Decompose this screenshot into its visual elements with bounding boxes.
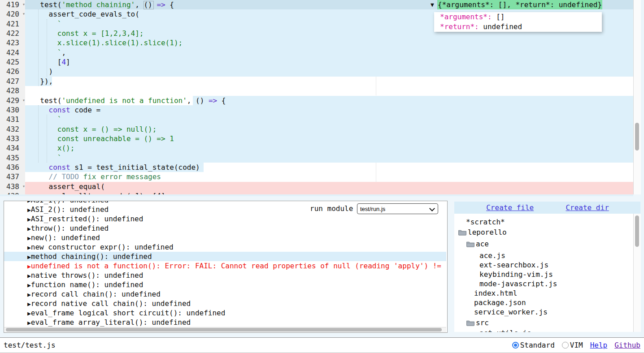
current-file-path: test/test.js [4,338,56,353]
calltree-item[interactable]: ▶eval_frame logical short circuit(): und… [4,308,448,318]
code-line[interactable]: x.slice(1).slice(1).slice(1); [31,38,183,47]
expand-triangle-icon[interactable]: ▶ [27,272,31,279]
expand-triangle-icon[interactable]: ▶ [27,225,31,232]
code-line[interactable]: const x = () => null(); [31,125,157,134]
tree-file[interactable]: service_worker.js [474,307,548,317]
code-line[interactable]: assert_equal( [31,182,105,191]
gutter-cell: 436 [0,163,25,172]
editor-scrollbar-thumb[interactable] [635,123,639,151]
fold-toggle-icon[interactable]: ▾ [22,95,25,105]
calltree-item[interactable]: ▶function name(): undefined [4,280,448,289]
calltree-item[interactable]: ▶record native call chain(): undefined [4,299,448,308]
tree-folder[interactable]: src [466,318,489,327]
code-line[interactable]: test('undefined is not a function', () =… [31,96,226,105]
calltree-item-label: new constructor expr(): undefined [31,243,174,251]
code-line[interactable]: assert_code_evals_to( [31,9,139,19]
code-line[interactable]: const x = [1,2,3,4]; [31,29,144,38]
expand-triangle-icon[interactable]: ▶ [27,263,31,270]
tree-file[interactable]: keybinding-vim.js [479,270,553,279]
code-line[interactable]: // TODO fix error messages [31,172,161,181]
expand-triangle-icon[interactable]: ▶ [27,207,31,213]
code-line[interactable]: }), [31,77,53,86]
radio-dot [514,344,517,347]
line-number: 429 [6,96,19,105]
calltree-item[interactable]: ▶record call chain(): undefined [4,289,448,299]
tree-file[interactable]: ace.js [479,251,505,260]
calltree-item-label: ASI_restrited(): undefined [31,215,143,223]
code-token: 'undefined is not a function' [61,96,187,105]
tree-folder[interactable]: ace [466,239,489,249]
code-line[interactable]: ` [31,153,61,163]
calltree-item[interactable]: ▶new(): undefined [4,233,448,242]
line-number: 427 [6,77,19,86]
line-highlight [25,105,633,115]
keybinding-radio-standard[interactable]: Standard [512,341,555,349]
calltree-item-label: ASI_2(): undefined [31,205,109,214]
tree-folder[interactable]: leporello [458,228,507,237]
expand-triangle-icon[interactable]: ▶ [27,201,31,204]
run-module-select[interactable]: test/run.js [357,203,438,214]
tree-item-label: leporello [468,228,507,237]
calltree-item-label: record call chain(): undefined [31,290,161,298]
gutter-cell: 430 [0,105,25,115]
code-line[interactable]: `, [31,48,66,57]
expand-triangle-icon[interactable]: ▶ [27,291,31,298]
calltree-item[interactable]: ▶ASI_restrited(): undefined [4,214,448,224]
expand-triangle-icon[interactable]: ▶ [27,319,31,326]
calltree-item[interactable]: ▶eval_frame array_literal(): undefined [4,318,448,327]
create-file-link[interactable]: Create file [486,203,534,212]
bottom-section: ▶ASI_1(): undefined▶ASI_2(): undefined▶A… [0,194,644,337]
fold-toggle-icon[interactable]: ▾ [22,181,25,191]
files-scrollbar-thumb[interactable] [635,215,639,247]
fold-toggle-icon[interactable]: ▾ [22,0,25,9]
tree-item-label: service_worker.js [474,308,548,316]
expand-triangle-icon[interactable]: ▶ [27,244,31,251]
expand-triangle-icon[interactable]: ▶ [27,235,31,241]
code-token: [ [31,58,61,66]
code-line[interactable]: ) [31,67,53,76]
expand-triangle-icon[interactable]: ▶ [27,254,31,260]
create-dir-link[interactable]: Create dir [566,203,609,212]
fold-toggle-icon[interactable]: ▾ [22,9,25,18]
code-line[interactable]: [4] [31,57,70,67]
calltree-item[interactable]: ▶new constructor expr(): undefined [4,242,448,252]
line-number: 420 [6,9,19,19]
code-line[interactable]: const s1 = test_initial_state(code) [31,163,200,172]
code-line[interactable]: const unreachable = () => 1 [31,134,174,143]
code-line[interactable]: s1.calltree_node(s1), [4] [31,191,165,194]
code-line[interactable]: const code = [31,105,100,115]
github-link[interactable]: Github [614,341,640,349]
tree-file[interactable]: package.json [474,298,526,307]
calltree-item-label: ASI_1(): undefined [31,201,109,204]
tree-file[interactable]: ext-searchbox.js [479,260,548,270]
calltree-item[interactable]: ▶native throws(): undefined [4,271,448,280]
code-line[interactable]: x(); [31,143,74,153]
calltree-item[interactable]: ▶undefined is not a function(): Error: F… [4,261,448,271]
expand-triangle-icon[interactable]: ▶ [27,282,31,288]
expand-triangle-icon[interactable]: ▶ [27,216,31,223]
radio-icon[interactable] [512,342,519,349]
tree-file[interactable]: mode-javascript.js [479,279,557,288]
line-highlight [25,57,633,67]
code-line[interactable]: ` [31,19,61,29]
help-link[interactable]: Help [590,341,608,349]
tree-file[interactable]: ast_utils.js [479,328,531,332]
tooltip-header-value[interactable]: {*arguments*: [], *return*: undefined} [437,0,602,9]
tree-file[interactable]: index.html [474,288,517,298]
keybinding-radio-vim[interactable]: VIM [562,341,583,349]
expand-triangle-icon[interactable]: ▶ [27,301,31,307]
code-line[interactable]: ` [31,115,61,124]
radio-icon[interactable] [562,342,569,349]
code-editor[interactable]: test('method chaining', () => { assert_c… [0,0,644,194]
calltree-hscrollbar-thumb[interactable] [6,328,442,331]
tree-file[interactable]: *scratch* [466,217,505,227]
expand-triangle-icon[interactable]: ▶ [27,310,31,317]
editor-scrollbar-track[interactable] [633,0,641,194]
collapse-triangle-icon[interactable]: ▼ [431,1,434,8]
line-number: 436 [6,163,19,172]
code-token: , () [187,96,209,105]
tooltip-entry-value: [] [492,13,505,21]
calltree-item[interactable]: ▶throw(): undefined [4,224,448,233]
folder-icon [466,240,476,248]
calltree-item[interactable]: ▶method chaining(): undefined [4,252,446,261]
